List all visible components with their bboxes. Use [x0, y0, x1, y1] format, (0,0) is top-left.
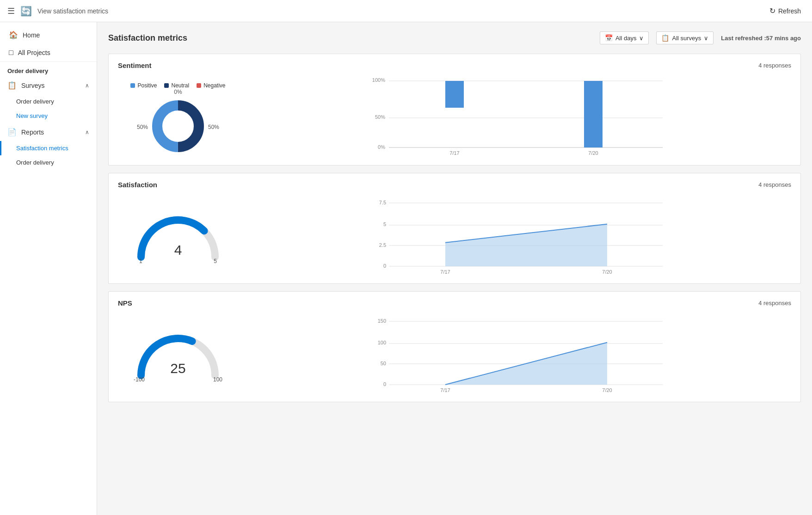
nps-title: NPS [118, 299, 132, 307]
nps-gauge-value: 25 [170, 361, 185, 376]
legend-neutral: Neutral [164, 82, 189, 89]
page-title: Satisfaction metrics [108, 33, 187, 43]
satisfaction-gauge-wrapper: 4 1 5 [132, 206, 224, 266]
nps-card: NPS 4 responses [108, 291, 801, 402]
sentiment-card: Sentiment 4 responses Positive Neutral [108, 54, 801, 166]
reports-label: Reports [21, 129, 44, 136]
satisfaction-gauge-min: 1 [139, 258, 142, 264]
sentiment-legend: Positive Neutral Negative [130, 82, 225, 89]
sentiment-card-header: Sentiment 4 responses [118, 61, 791, 69]
sidebar-item-satisfaction-metrics[interactable]: Satisfaction metrics [0, 141, 97, 155]
svg-text:7.5: 7.5 [379, 200, 386, 205]
sidebar-item-new-survey[interactable]: New survey [0, 109, 97, 123]
svg-text:7/20: 7/20 [602, 269, 612, 275]
days-filter-dropdown[interactable]: 📅 All days ∨ [600, 31, 649, 44]
satisfaction-area-svg: 0 2.5 5 7.5 [257, 196, 791, 275]
sentiment-card-body: Positive Neutral Negative 0% 50 [118, 77, 791, 158]
surveys-label: Surveys [21, 82, 45, 89]
refresh-icon: ↻ [769, 6, 775, 15]
satisfaction-card-header: Satisfaction 4 responses [118, 181, 791, 189]
svg-text:100: 100 [378, 340, 386, 345]
sidebar-item-all-projects[interactable]: □ All Projects [0, 44, 97, 61]
refresh-button[interactable]: ↻ Refresh [766, 5, 805, 17]
days-chevron-icon: ∨ [639, 35, 644, 42]
surveys-icon: 📋 [7, 81, 17, 90]
satisfaction-metrics-label: Satisfaction metrics [16, 145, 68, 152]
surveys-filter-label: All surveys [672, 35, 701, 42]
donut-pct-left: 50% [137, 124, 148, 130]
donut-chart [148, 96, 208, 156]
satisfaction-area-chart: 0 2.5 5 7.5 [257, 196, 791, 276]
refresh-label: Refresh [778, 7, 801, 15]
order-delivery-report-label: Order delivery [16, 159, 54, 166]
svg-rect-13 [584, 81, 603, 147]
svg-text:0%: 0% [378, 144, 385, 150]
satisfaction-gauge-value: 4 [174, 242, 182, 258]
svg-text:100%: 100% [372, 77, 385, 83]
order-delivery-survey-label: Order delivery [16, 98, 54, 105]
nps-card-header: NPS 4 responses [118, 299, 791, 307]
svg-text:7/17: 7/17 [449, 150, 459, 156]
donut-wrapper: 0% 50% 50% [148, 96, 208, 158]
donut-pct-top: 0% [174, 89, 182, 95]
hamburger-icon[interactable]: ☰ [7, 6, 15, 16]
last-refreshed-label: Last refreshed :57 mins ago [721, 35, 801, 42]
svg-text:7/20: 7/20 [602, 387, 612, 393]
satisfaction-gauge-max: 5 [214, 258, 217, 264]
svg-rect-12 [445, 81, 464, 108]
sentiment-responses: 4 responses [758, 62, 791, 69]
sidebar-item-home[interactable]: 🏠 Home [0, 26, 97, 44]
svg-point-3 [163, 111, 193, 141]
svg-text:50: 50 [381, 361, 386, 366]
nps-area-chart: 0 50 100 150 [257, 314, 791, 394]
sidebar-item-order-delivery-survey[interactable]: Order delivery [0, 94, 97, 109]
svg-text:7/17: 7/17 [440, 269, 450, 275]
sentiment-bar-svg: 100% 50% 0% [257, 77, 791, 156]
svg-text:150: 150 [378, 318, 386, 324]
satisfaction-responses: 4 responses [758, 181, 791, 188]
nps-card-body: 25 -100 100 0 50 100 150 [118, 314, 791, 394]
nps-responses: 4 responses [758, 300, 791, 307]
svg-text:2.5: 2.5 [379, 242, 386, 248]
reports-icon: 📄 [7, 128, 17, 136]
breadcrumb-text: View satisfaction metrics [37, 7, 108, 15]
sidebar-reports-group[interactable]: 📄 Reports ∧ [0, 123, 97, 141]
negative-dot [197, 83, 201, 88]
reports-chevron: ∧ [85, 129, 89, 135]
header-controls: 📅 All days ∨ 📋 All surveys ∨ Last refres… [600, 31, 801, 44]
satisfaction-card-body: 4 1 5 0 2.5 5 7.5 [118, 196, 791, 276]
nps-gauge-area: 25 -100 100 [118, 325, 238, 385]
legend-positive: Positive [130, 82, 157, 89]
svg-text:5: 5 [383, 221, 386, 227]
neutral-label: Neutral [171, 82, 189, 89]
negative-label: Negative [203, 82, 225, 89]
content-header: Satisfaction metrics 📅 All days ∨ 📋 All … [108, 31, 801, 44]
home-icon: 🏠 [9, 31, 18, 39]
breadcrumb-icon: 🔄 [20, 6, 32, 17]
svg-text:0: 0 [383, 381, 386, 387]
satisfaction-title: Satisfaction [118, 181, 157, 189]
nps-gauge-wrapper: 25 -100 100 [132, 325, 224, 385]
satisfaction-gauge-area: 4 1 5 [118, 206, 238, 266]
surveys-chevron-icon: ∨ [704, 35, 708, 42]
days-filter-label: All days [615, 35, 637, 42]
donut-pct-right: 50% [208, 124, 219, 130]
satisfaction-card: Satisfaction 4 responses [108, 173, 801, 284]
sidebar-item-order-delivery-report[interactable]: Order delivery [0, 155, 97, 170]
surveys-filter-dropdown[interactable]: 📋 All surveys ∨ [656, 31, 714, 44]
sidebar-projects-label: All Projects [18, 49, 50, 56]
nps-area-svg: 0 50 100 150 [257, 314, 791, 393]
svg-text:7/17: 7/17 [440, 387, 450, 393]
svg-text:50%: 50% [375, 114, 385, 120]
svg-text:0: 0 [383, 263, 386, 269]
new-survey-label: New survey [16, 112, 48, 119]
calendar-icon: 📅 [605, 34, 613, 42]
svg-text:7/20: 7/20 [588, 150, 598, 156]
svg-marker-24 [445, 224, 607, 266]
sentiment-donut-area: Positive Neutral Negative 0% 50 [118, 77, 238, 158]
neutral-dot [164, 83, 169, 88]
sidebar-surveys-group[interactable]: 📋 Surveys ∧ [0, 76, 97, 94]
nps-gauge-max: 100 [213, 376, 222, 383]
positive-label: Positive [137, 82, 157, 89]
projects-icon: □ [9, 49, 13, 57]
